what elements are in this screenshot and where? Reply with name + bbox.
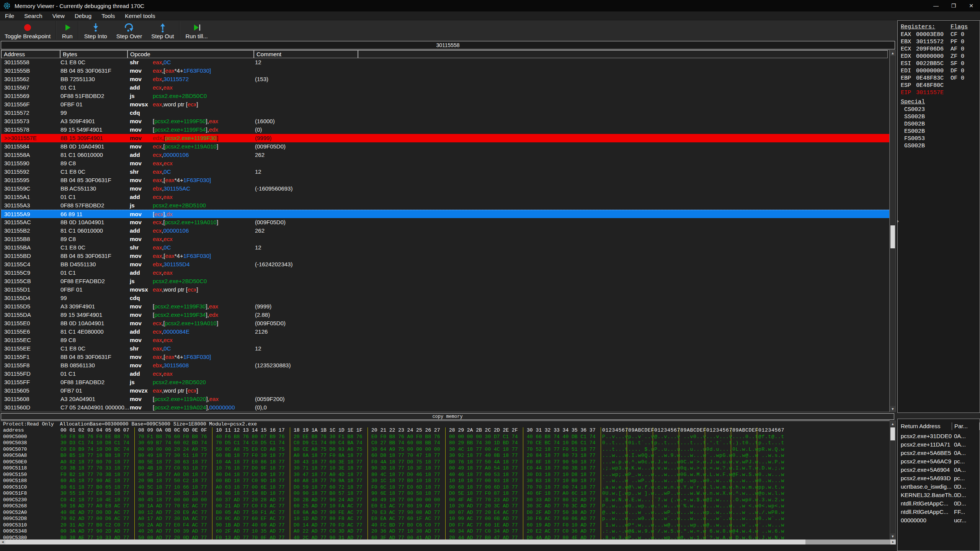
register-value[interactable]: 00003E80 bbox=[916, 31, 951, 38]
disasm-row[interactable]: 3011555B8B 04 85 30F0631Fmoveax,[eax*4+1… bbox=[1, 67, 889, 75]
hex-row[interactable]: 009C5118C0 3B 18 77 70 33 18 77B0 4B 18 … bbox=[1, 465, 890, 472]
disasm-row[interactable]: 301155C901 C1addecx,eax bbox=[1, 269, 889, 277]
disasm-row[interactable]: 30115608A3 20A04901mov[pcsx2.exe+119A020… bbox=[1, 395, 889, 403]
close-button[interactable]: ✕ bbox=[962, 0, 980, 11]
disasm-row[interactable]: 301155848B 0D 10A04901movecx,[pcsx2.exe+… bbox=[1, 142, 889, 151]
register-value[interactable]: 0023 bbox=[911, 106, 925, 113]
hex-scrollbar[interactable]: ▲ ▼ bbox=[890, 421, 896, 540]
menu-item-debug[interactable]: Debug bbox=[70, 11, 96, 20]
stack-row[interactable]: 00000000ucr... bbox=[901, 516, 980, 525]
register-value[interactable]: 002B bbox=[911, 114, 925, 120]
hex-row[interactable]: 009C503830 D3 C1 74 10 D8 C1 7430 69 B7 … bbox=[1, 440, 890, 447]
disasm-row[interactable]: 301155CB0F88 EFFADBD2jspcsx2.exe+2BD50C0 bbox=[1, 277, 889, 285]
hex-row[interactable]: 009C500050 F8 B8 76 F0 EE B8 7670 F1 B8 … bbox=[1, 434, 890, 440]
disasm-row[interactable]: 301155F8BB 08561130movebx,30115608(12352… bbox=[1, 361, 889, 370]
disasm-row[interactable]: 301155A101 C1addecx,eax bbox=[1, 193, 889, 201]
scroll-down-icon[interactable]: ▼ bbox=[890, 406, 895, 412]
disasm-row[interactable]: 30115573A3 509F4901mov[pcsx2.exe+1199F50… bbox=[1, 117, 889, 126]
disasm-row[interactable]: 30115558C1 E8 0Cshreax,0C12 bbox=[1, 58, 889, 67]
disasm-row[interactable]: 3011558A81 C1 06010000addecx,00000106262 bbox=[1, 151, 889, 159]
register-value[interactable]: 002B bbox=[911, 128, 925, 135]
disasm-row[interactable]: 301155DA89 15 349F4901mov[pcsx2.exe+1199… bbox=[1, 311, 889, 319]
register-value[interactable]: 209F06D6 bbox=[916, 46, 951, 53]
disasm-row[interactable]: 3011556F0FBF 01movsxeax,word ptr [ecx] bbox=[1, 100, 889, 109]
column-header-address[interactable]: Address bbox=[1, 50, 60, 58]
hex-row[interactable]: 009C50E0A0 82 18 77 B0 70 18 7780 5E 18 … bbox=[1, 459, 890, 466]
disasm-row[interactable]: 301156050FB7 01movzxeax,word ptr [ecx] bbox=[1, 386, 889, 395]
disasm-row[interactable]: 3011559CBB AC551130movebx,301155AC(-1609… bbox=[1, 184, 889, 193]
disasm-row[interactable]: 30115562BB 72551130movebx,30115572(153) bbox=[1, 75, 889, 83]
disasm-row[interactable]: 301155B889 C8moveax,ecx bbox=[1, 235, 889, 243]
register-value[interactable]: 0E48F83C bbox=[916, 75, 951, 82]
disasm-row[interactable]: 301155C4BB D4551130movebx,301155D4(-1624… bbox=[1, 260, 889, 269]
stack-row[interactable]: pcsx2.exe+31DDE00A... bbox=[901, 432, 980, 440]
disasm-row[interactable]: 301155B281 C1 06010000addecx,00000106262 bbox=[1, 227, 889, 235]
hex-row[interactable]: 009C51F830 55 18 77 E0 5B 18 7770 88 18 … bbox=[1, 491, 890, 497]
stack-row[interactable]: pcsx2.exe+5A6AC9pc... bbox=[901, 457, 980, 466]
disasm-row[interactable]: 301155F18B 04 85 30F0631Fmoveax,[eax*4+1… bbox=[1, 353, 889, 361]
hex-view[interactable]: Protect:Read Only AllocationBase=0030000… bbox=[1, 421, 890, 540]
disasm-row[interactable]: 301155D10FBF 01movsxeax,word ptr [ecx] bbox=[1, 285, 889, 294]
hex-row[interactable]: 009C534800 3A AD 77 90 2D AD 7740 26 AD … bbox=[1, 528, 890, 535]
step-out-button[interactable]: Step Out bbox=[147, 20, 178, 40]
stack-row[interactable]: pcsx2.exe+5A693Dpc... bbox=[901, 474, 980, 483]
disasm-row[interactable]: 301155D5A3 309F4901mov[pcsx2.exe+1199F30… bbox=[1, 302, 889, 311]
column-header-comment[interactable]: Comment bbox=[254, 50, 358, 58]
stack-row[interactable]: ntdll.RtlGetAppC...FF... bbox=[901, 508, 980, 516]
disasm-row[interactable]: 301155A30F88 57FBDBD2jspcsx2.exe+2BD5100 bbox=[1, 201, 889, 210]
hex-hscroll-thumb[interactable] bbox=[5, 540, 805, 544]
menu-item-view[interactable]: View bbox=[47, 11, 70, 20]
toggle-breakpoint-button[interactable]: Toggle Breakpoint bbox=[0, 20, 55, 40]
stack-row[interactable]: ucrtbase.o_iswdig...0D... bbox=[901, 483, 980, 491]
column-header-filler[interactable] bbox=[358, 50, 888, 58]
hex-row[interactable]: 009C526850 16 AD 77 A0 E8 AC 7730 1A AD … bbox=[1, 503, 890, 510]
menu-item-file[interactable]: File bbox=[0, 11, 19, 20]
menu-item-search[interactable]: Search bbox=[19, 11, 47, 20]
disasm-row[interactable]: 301155690F88 51FBDBD2jspcsx2.exe+2BD50C0 bbox=[1, 92, 889, 100]
breakpoint-row[interactable]: >>3011557E8B 15 309F4901movedx,[pcsx2.ex… bbox=[1, 134, 889, 142]
run-till-button[interactable]: Run till... bbox=[181, 20, 212, 40]
hex-row[interactable]: 009C5230C0 42 18 77 10 4E 18 7780 45 18 … bbox=[1, 497, 890, 504]
panel-expand-handle[interactable]: › bbox=[896, 216, 900, 225]
hex-row[interactable]: 009C50A8B0 B5 18 77 10 B8 18 7780 49 18 … bbox=[1, 453, 890, 459]
register-value[interactable]: 00000000 bbox=[916, 53, 951, 60]
address-input[interactable]: 30115558 bbox=[1, 41, 895, 49]
step-into-button[interactable]: Step Into bbox=[80, 20, 112, 40]
disasm-row[interactable]: 301155E08B 0D 10A04901movecx,[pcsx2.exe+… bbox=[1, 319, 889, 328]
minimize-button[interactable]: — bbox=[927, 0, 945, 11]
register-value[interactable]: 002B bbox=[911, 143, 925, 149]
disasm-row[interactable]: 301155BD8B 04 85 30F0631Fmoveax,[eax*4+1… bbox=[1, 252, 889, 260]
hex-row[interactable]: 009C5070C0 E0 B9 74 10 D0 BC 7400 00 00 … bbox=[1, 447, 890, 453]
disasm-row[interactable]: 30115592C1 E8 0Cshreax,0C12 bbox=[1, 168, 889, 176]
stack-row[interactable]: KERNEL32.BaseTh...0D... bbox=[901, 491, 980, 499]
copy-memory-bar[interactable]: copy memory bbox=[1, 413, 894, 420]
disasm-row[interactable]: 3011557299cdq bbox=[1, 109, 889, 117]
disasm-row[interactable]: 3011557889 15 549F4901mov[pcsx2.exe+1199… bbox=[1, 126, 889, 134]
step-over-button[interactable]: Step Over bbox=[112, 20, 147, 40]
menu-item-tools[interactable]: Tools bbox=[96, 11, 120, 20]
disasm-row[interactable]: 301155D499cdq bbox=[1, 294, 889, 302]
disasm-scrollbar[interactable]: ▲ ▼ bbox=[890, 50, 896, 412]
register-value[interactable]: 3011557E bbox=[916, 89, 951, 96]
hex-row[interactable]: 009C518860 A5 18 77 90 AE 18 7720 9B 18 … bbox=[1, 478, 890, 484]
register-value[interactable]: 0053 bbox=[911, 135, 925, 142]
parameters-column-header[interactable]: Par... bbox=[952, 422, 980, 430]
run-button[interactable]: Run bbox=[57, 20, 77, 40]
disasm-row[interactable]: 301155BAC1 E8 0Cshreax,0C12 bbox=[1, 243, 889, 252]
register-value[interactable]: 002B bbox=[911, 121, 925, 127]
scroll-left-icon[interactable]: ◄ bbox=[0, 540, 5, 544]
hex-scroll-thumb[interactable] bbox=[890, 427, 895, 440]
disasm-row[interactable]: 3011556701 C1addecx,eax bbox=[1, 83, 889, 92]
disasm-row[interactable]: 301155EEC1 E8 0Cshreax,0C12 bbox=[1, 344, 889, 353]
hex-row[interactable]: 009C5150F0 B2 18 77 70 3B 18 7750 5F 18 … bbox=[1, 472, 890, 478]
register-value[interactable]: 0E48F80C bbox=[916, 82, 951, 89]
hex-row[interactable]: 009C531020 31 AD 77 B0 C2 C0 7750 2A AD … bbox=[1, 522, 890, 529]
selected-row[interactable]: 301155A966 89 11mov[ecx],dx bbox=[1, 210, 889, 218]
scroll-down-icon[interactable]: ▼ bbox=[890, 533, 895, 539]
disasm-scroll-thumb[interactable] bbox=[890, 225, 895, 248]
disasm-row[interactable]: 3011559089 C8moveax,ecx bbox=[1, 159, 889, 168]
stack-row[interactable]: pcsx2.exe+5A6BE50A... bbox=[901, 449, 980, 457]
scroll-up-icon[interactable]: ▲ bbox=[890, 50, 895, 56]
column-header-bytes[interactable]: Bytes bbox=[60, 50, 127, 58]
stack-row[interactable]: pcsx2.exe+11DA710A... bbox=[901, 440, 980, 449]
